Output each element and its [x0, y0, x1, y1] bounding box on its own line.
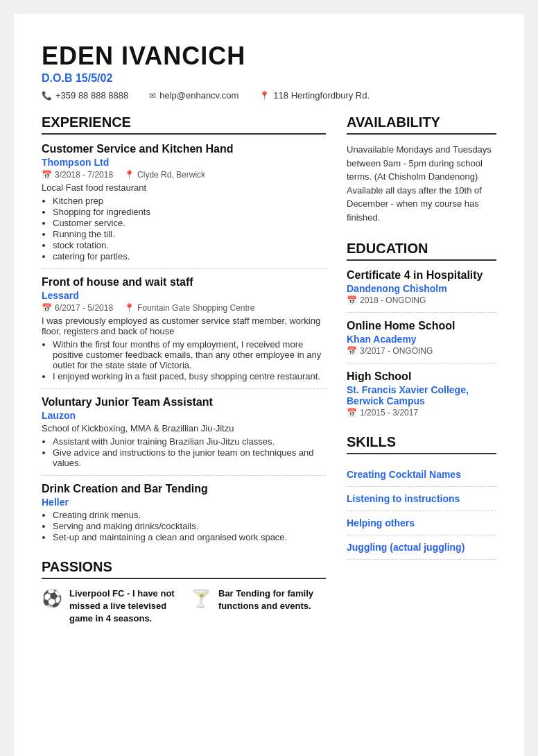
job-3-bullets: Assistant with Junior training Brazilian… [42, 436, 326, 468]
education-section: EDUCATION Certificate 4 in Hospitality D… [347, 241, 496, 418]
edu-1-school: Dandenong Chisholm [347, 283, 496, 294]
phone-text: +359 88 888 8888 [55, 90, 128, 101]
phone-icon: 📞 [42, 91, 52, 101]
skills-section: SKILLS Creating Cocktail Names Listening… [347, 434, 496, 560]
address-text: 118 Hertingfordbury Rd. [273, 90, 370, 101]
resume-page: EDEN IVANCICH D.O.B 15/5/02 📞 +359 88 88… [14, 14, 524, 756]
email-contact: ✉ help@enhancv.com [149, 90, 238, 101]
job-2-company: Lessard [42, 290, 326, 301]
location-icon: 📍 [259, 91, 270, 101]
job-2-meta: 📅 6/2017 - 5/2018 📍 Fountain Gate Shoppi… [42, 303, 326, 313]
bullet: Creating drink menus. [53, 510, 326, 520]
bullet: Within the first four months of my emplo… [53, 339, 326, 370]
cocktail-icon: 🍸 [191, 589, 211, 608]
skill-3-name: Helping others [347, 517, 415, 529]
edu-1-dates: 📅 2018 - ONGOING [347, 295, 496, 305]
availability-text: Unavailable Mondays and Tuesdays between… [347, 143, 496, 224]
job-3-company: Lauzon [42, 410, 326, 421]
skill-1-name: Creating Cocktail Names [347, 469, 461, 480]
edu-3-school: St. Francis Xavier College, Berwick Camp… [347, 384, 496, 406]
passions-title: PASSIONS [42, 559, 326, 579]
job-3: Voluntary Junior Team Assistant Lauzon S… [42, 396, 326, 468]
job-2-title: Front of house and wait staff [42, 276, 326, 289]
bullet: Shopping for ingredients [53, 207, 326, 217]
map-icon: 📍 [124, 170, 134, 180]
skill-4-name: Juggling (actual juggling) [347, 542, 465, 553]
edu-3: High School St. Francis Xavier College, … [347, 370, 496, 418]
right-column: AVAILABILITY Unavailable Mondays and Tue… [347, 114, 496, 642]
left-column: EXPERIENCE Customer Service and Kitchen … [42, 114, 326, 642]
passion-2: 🍸 Bar Tending for family functions and e… [191, 587, 326, 626]
calendar-icon: 📅 [347, 408, 357, 418]
job-2-desc: I was previously employed as customer se… [42, 316, 326, 336]
edu-2-school: Khan Academy [347, 334, 496, 345]
edu-3-dates: 📅 1/2015 - 3/2017 [347, 408, 496, 418]
edu-3-degree: High School [347, 370, 496, 383]
availability-title: AVAILABILITY [347, 114, 496, 135]
bullet: Running the till. [53, 229, 326, 239]
calendar-icon: 📅 [347, 346, 357, 356]
skill-4: Juggling (actual juggling) [347, 535, 496, 560]
passions-grid: ⚽ Liverpool FC - I have not missed a liv… [42, 587, 326, 626]
passion-1: ⚽ Liverpool FC - I have not missed a liv… [42, 587, 177, 626]
email-text: help@enhancv.com [159, 90, 238, 101]
bullet: catering for parties. [53, 251, 326, 261]
bullet: Give advice and instructions to the juni… [53, 447, 326, 468]
job-4: Drink Creation and Bar Tending Heller Cr… [42, 483, 326, 542]
job-2-location: 📍 Fountain Gate Shopping Centre [124, 303, 254, 313]
bullet: Set-up and maintaining a clean and organ… [53, 532, 326, 542]
bullet: Assistant with Junior training Brazilian… [53, 436, 326, 447]
job-1-desc: Local Fast food restaurant [42, 182, 326, 193]
job-4-title: Drink Creation and Bar Tending [42, 483, 326, 495]
job-1-title: Customer Service and Kitchen Hand [42, 143, 326, 155]
experience-section: EXPERIENCE Customer Service and Kitchen … [42, 114, 326, 542]
job-1-bullets: Kitchen prep Shopping for ingredients Cu… [42, 196, 326, 261]
passion-1-text: Liverpool FC - I have not missed a live … [69, 587, 177, 626]
job-2: Front of house and wait staff Lessard 📅 … [42, 276, 326, 381]
edu-1-degree: Certificate 4 in Hospitality [347, 269, 496, 282]
calendar-icon: 📅 [347, 295, 357, 305]
bullet: stock rotation. [53, 240, 326, 250]
job-1-company: Thompson Ltd [42, 157, 326, 168]
email-icon: ✉ [149, 91, 156, 101]
job-2-dates: 📅 6/2017 - 5/2018 [42, 303, 113, 313]
experience-title: EXPERIENCE [42, 114, 326, 135]
soccer-icon: ⚽ [42, 589, 62, 608]
job-1-dates: 📅 3/2018 - 7/2018 [42, 170, 113, 180]
map-icon: 📍 [124, 303, 134, 313]
address-contact: 📍 118 Hertingfordbury Rd. [259, 90, 370, 101]
skill-1: Creating Cocktail Names [347, 463, 496, 487]
edu-2-degree: Online Home School [347, 320, 496, 332]
skill-3: Helping others [347, 511, 496, 535]
job-3-title: Voluntary Junior Team Assistant [42, 396, 326, 409]
job-3-desc: School of Kickboxing, MMA & Brazillian J… [42, 423, 326, 433]
job-1-meta: 📅 3/2018 - 7/2018 📍 Clyde Rd, Berwick [42, 170, 326, 180]
phone-contact: 📞 +359 88 888 8888 [42, 90, 128, 101]
education-title: EDUCATION [347, 241, 496, 261]
job-1-location: 📍 Clyde Rd, Berwick [124, 170, 205, 180]
skill-2: Listening to instructions [347, 487, 496, 511]
job-1: Customer Service and Kitchen Hand Thomps… [42, 143, 326, 261]
job-4-company: Heller [42, 497, 326, 508]
bullet: Customer service. [53, 218, 326, 228]
job-4-bullets: Creating drink menus. Serving and making… [42, 510, 326, 542]
calendar-icon: 📅 [42, 170, 52, 180]
edu-1: Certificate 4 in Hospitality Dandenong C… [347, 269, 496, 305]
skills-title: SKILLS [347, 434, 496, 454]
dob: D.O.B 15/5/02 [42, 72, 496, 85]
header: EDEN IVANCICH D.O.B 15/5/02 📞 +359 88 88… [42, 42, 496, 101]
bullet: Serving and making drinks/cocktails. [53, 521, 326, 531]
job-2-bullets: Within the first four months of my emplo… [42, 339, 326, 381]
skill-2-name: Listening to instructions [347, 493, 460, 504]
main-layout: EXPERIENCE Customer Service and Kitchen … [42, 114, 496, 642]
bullet: I enjoyed working in a fast paced, busy … [53, 371, 326, 381]
edu-2: Online Home School Khan Academy 📅 3/2017… [347, 320, 496, 356]
candidate-name: EDEN IVANCICH [42, 42, 496, 71]
edu-2-dates: 📅 3/2017 - ONGOING [347, 346, 496, 356]
passions-section: PASSIONS ⚽ Liverpool FC - I have not mis… [42, 559, 326, 626]
contact-bar: 📞 +359 88 888 8888 ✉ help@enhancv.com 📍 … [42, 90, 496, 101]
calendar-icon: 📅 [42, 303, 52, 313]
bullet: Kitchen prep [53, 196, 326, 206]
passion-2-text: Bar Tending for family functions and eve… [218, 587, 326, 612]
availability-section: AVAILABILITY Unavailable Mondays and Tue… [347, 114, 496, 224]
